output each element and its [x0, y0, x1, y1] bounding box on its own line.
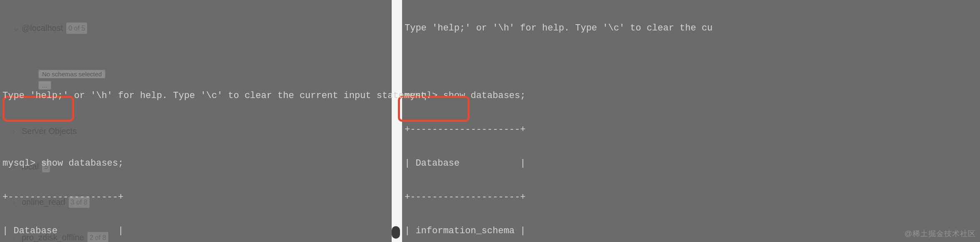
table-header: | Database | [0, 225, 392, 237]
terminal-right[interactable]: Type 'help;' or '\h' for help. Type '\c'… [402, 0, 980, 242]
tree-host-badge: 0 of 5 [66, 23, 87, 34]
tree-host-row[interactable]: @localhost 0 of 5 [0, 22, 129, 35]
scrollbar-thumb[interactable] [392, 226, 400, 239]
table-header: | Database | [402, 158, 980, 169]
sql-command: mysql> show databases; [0, 158, 392, 169]
help-line: Type 'help;' or '\h' for help. Type '\c'… [402, 23, 980, 34]
pane-divider [392, 0, 402, 242]
terminal-left[interactable]: @localhost 0 of 5 No schemas selected ..… [0, 0, 392, 242]
sql-command: mysql> show databases; [402, 90, 980, 101]
table-row: | information_schema | [402, 225, 980, 237]
tree-host-label: @localhost [22, 23, 63, 34]
table-border: +--------------------+ [402, 124, 980, 135]
table-border: +--------------------+ [0, 192, 392, 203]
watermark: @稀土掘金技术社区 [905, 229, 976, 239]
help-line: Type 'help;' or '\h' for help. Type '\c'… [0, 90, 392, 101]
table-border: +--------------------+ [402, 192, 980, 203]
